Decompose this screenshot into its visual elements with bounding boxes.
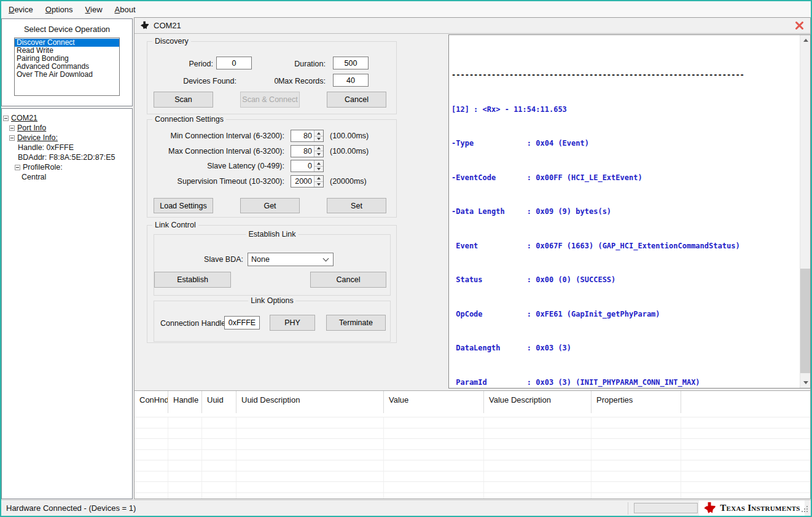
column-header[interactable]: Properties — [591, 391, 681, 413]
tree-expander-icon[interactable] — [9, 125, 15, 131]
tree-expander-icon[interactable] — [3, 116, 9, 121]
table-row — [135, 460, 810, 472]
stepper-value[interactable]: 2000 — [291, 176, 314, 187]
establish-cancel-button[interactable]: Cancel — [310, 272, 386, 288]
menu-item-hotkey: O — [45, 5, 52, 14]
stepper-up-button[interactable] — [314, 130, 323, 136]
numeric-stepper[interactable]: 0 — [291, 160, 324, 172]
tree-node[interactable]: Device Info: — [2, 133, 132, 143]
column-header[interactable]: Uuid Description — [236, 391, 384, 413]
tree-node-label[interactable]: COM21 — [11, 114, 37, 122]
device-operation-listbox[interactable]: Discover Connect Read Write Pairing Bond… — [14, 37, 120, 96]
duration-input[interactable] — [333, 57, 369, 69]
menu-item-hotkey: A — [115, 5, 120, 14]
table-row — [135, 472, 810, 483]
duration-label: Duration: — [270, 60, 326, 68]
table-row — [135, 450, 810, 461]
scrollbar-thumb[interactable] — [800, 269, 811, 373]
set-button[interactable]: Set — [327, 198, 386, 213]
tree-node-label[interactable]: Handle: 0xFFFE — [18, 143, 74, 152]
stepper-down-button[interactable] — [314, 167, 323, 172]
stepper-down-button[interactable] — [314, 136, 323, 142]
scroll-up-button[interactable] — [800, 35, 811, 45]
max-records-input[interactable] — [333, 74, 369, 87]
status-text: Hardware Connected - (Devices = 1) — [6, 503, 136, 513]
numeric-stepper[interactable]: 80 — [291, 130, 324, 142]
stepper-up-button[interactable] — [314, 160, 323, 167]
tree-node-label[interactable]: Device Info: — [17, 133, 58, 142]
phy-button[interactable]: PHY — [270, 315, 315, 331]
tree-node[interactable]: ProfileRole: — [2, 162, 132, 172]
menu-item[interactable]: View — [79, 2, 109, 17]
triangle-up-icon — [317, 132, 321, 135]
period-input[interactable] — [216, 57, 252, 69]
close-button[interactable] — [794, 20, 805, 31]
scroll-down-button[interactable] — [800, 377, 811, 388]
log-line: [12] : <Rx> - 11:54:11.653 — [451, 106, 744, 114]
resize-grip-icon[interactable] — [802, 506, 809, 513]
tree-node[interactable]: Port Info — [2, 123, 132, 133]
log-scrollbar[interactable] — [800, 35, 810, 388]
arrow-down-icon — [803, 381, 808, 384]
tree-node[interactable]: BDAddr: F8:8A:5E:2D:87:E5 — [2, 152, 132, 162]
stepper-up-button[interactable] — [314, 146, 323, 152]
tree-node-label[interactable]: Port Info — [17, 124, 46, 132]
stepper-down-button[interactable] — [314, 182, 323, 187]
scan-button[interactable]: Scan — [154, 92, 213, 108]
log-output[interactable]: ----------------------------------------… — [448, 34, 811, 389]
stepper-value[interactable]: 80 — [291, 130, 314, 141]
menu-item-hotkey: V — [85, 5, 90, 14]
tree-expander-icon[interactable] — [9, 135, 15, 141]
connection-handle-input[interactable] — [224, 316, 260, 330]
connection-settings-group: Connection Settings Min Connection Inter… — [147, 119, 397, 218]
tree-node[interactable]: Handle: 0xFFFE — [2, 143, 132, 152]
establish-button[interactable]: Establish — [154, 272, 231, 288]
tree-node[interactable]: COM21 — [2, 113, 132, 123]
tree-node-label[interactable]: ProfileRole: — [23, 163, 63, 172]
setting-label: Slave Latency (0-499): — [149, 162, 284, 170]
column-header[interactable]: ConHnd — [135, 391, 168, 413]
link-control-group: Link Control Establish Link Slave BDA: N… — [147, 225, 397, 343]
column-header[interactable]: Value Description — [484, 391, 591, 413]
brand-wordmark: Texas Instruments — [720, 503, 800, 513]
listbox-item[interactable]: Over The Air Download — [15, 71, 119, 79]
stepper-up-button[interactable] — [314, 176, 323, 182]
device-operation-panel: Select Device Operation Discover Connect… — [1, 18, 133, 106]
tree-expander-icon[interactable] — [15, 165, 20, 170]
stepper-buttons — [314, 146, 323, 157]
devices-found-label: Devices Found: — [160, 77, 236, 85]
column-header[interactable] — [681, 391, 810, 413]
column-header[interactable]: Uuid — [202, 391, 236, 413]
discovery-cancel-button[interactable]: Cancel — [327, 92, 386, 108]
log-line: DataLength : 0x03 (3) — [451, 344, 744, 353]
slave-bda-dropdown[interactable]: None — [248, 253, 334, 266]
numeric-stepper[interactable]: 2000 — [291, 175, 324, 187]
stepper-down-button[interactable] — [314, 151, 323, 157]
stepper-value[interactable]: 80 — [291, 146, 314, 157]
column-header[interactable]: Value — [384, 391, 484, 413]
stepper-value[interactable]: 0 — [291, 160, 314, 172]
texas-state-icon — [140, 21, 149, 30]
tree-node-label[interactable]: BDAddr: F8:8A:5E:2D:87:E5 — [18, 153, 115, 162]
brand-panel: Texas Instruments — [699, 500, 805, 516]
triangle-down-icon — [317, 183, 321, 186]
numeric-stepper[interactable]: 80 — [291, 145, 324, 157]
link-control-group-title: Link Control — [152, 221, 198, 229]
tree-node-label[interactable]: Central — [21, 173, 46, 181]
get-button[interactable]: Get — [240, 198, 300, 213]
triangle-up-icon — [317, 177, 321, 180]
terminate-button[interactable]: Terminate — [326, 315, 386, 331]
scan-and-connect-button[interactable]: Scan & Connect — [240, 92, 300, 108]
table-row — [135, 482, 810, 493]
menu-item-label: bout — [120, 5, 135, 14]
tree-node[interactable]: Central — [2, 172, 132, 182]
link-options-group: Link Options Connection Handle: PHY Term… — [154, 301, 391, 342]
table-row — [135, 428, 810, 440]
load-settings-button[interactable]: Load Settings — [154, 198, 213, 213]
menu-item[interactable]: About — [109, 2, 142, 17]
connection-setting-row: Min Connection Interval (6-3200): 80 (10… — [149, 128, 392, 144]
column-header[interactable]: Handle — [168, 391, 202, 413]
ti-logo-icon — [703, 502, 716, 515]
menu-item[interactable]: Options — [39, 2, 79, 17]
menu-item[interactable]: Device — [2, 2, 39, 17]
